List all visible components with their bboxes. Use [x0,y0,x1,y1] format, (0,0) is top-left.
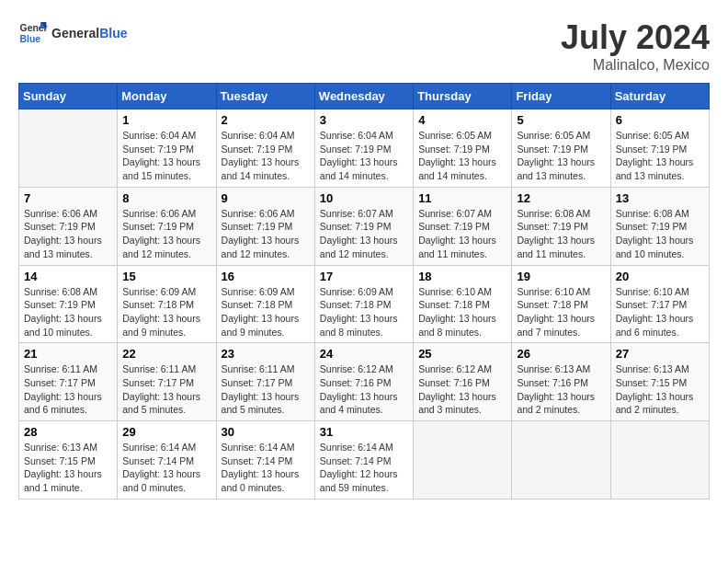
day-number: 14 [24,270,112,283]
calendar-cell: 14Sunrise: 6:08 AMSunset: 7:19 PMDayligh… [19,265,118,343]
day-info: Sunrise: 6:08 AMSunset: 7:19 PMDaylight:… [24,285,112,339]
day-info: Sunrise: 6:06 AMSunset: 7:19 PMDaylight:… [122,207,210,261]
day-info: Sunrise: 6:09 AMSunset: 7:18 PMDaylight:… [320,285,408,339]
day-number: 28 [24,425,112,439]
calendar-cell [19,109,118,188]
day-number: 7 [24,191,112,205]
calendar-cell [610,421,709,500]
day-number: 25 [418,347,506,361]
day-info: Sunrise: 6:07 AMSunset: 7:19 PMDaylight:… [320,207,408,261]
page-header: General Blue GeneralBlue July 2024 Malin… [18,18,710,74]
day-number: 23 [222,347,310,361]
day-info: Sunrise: 6:14 AMSunset: 7:14 PMDaylight:… [222,441,310,495]
day-number: 15 [122,270,210,283]
header-thursday: Thursday [414,84,512,109]
calendar-cell: 20Sunrise: 6:10 AMSunset: 7:17 PMDayligh… [610,265,709,343]
day-info: Sunrise: 6:12 AMSunset: 7:16 PMDaylight:… [320,362,408,417]
calendar-cell: 22Sunrise: 6:11 AMSunset: 7:17 PMDayligh… [118,343,216,421]
day-info: Sunrise: 6:10 AMSunset: 7:17 PMDaylight:… [616,285,704,339]
calendar-cell: 17Sunrise: 6:09 AMSunset: 7:18 PMDayligh… [314,265,413,343]
day-info: Sunrise: 6:08 AMSunset: 7:19 PMDaylight:… [616,207,704,261]
calendar-cell: 2Sunrise: 6:04 AMSunset: 7:19 PMDaylight… [216,109,314,188]
day-number: 12 [517,191,605,205]
calendar-week-row: 14Sunrise: 6:08 AMSunset: 7:19 PMDayligh… [19,265,710,343]
calendar-cell: 18Sunrise: 6:10 AMSunset: 7:18 PMDayligh… [414,265,512,343]
calendar-cell: 13Sunrise: 6:08 AMSunset: 7:19 PMDayligh… [610,187,709,265]
calendar-cell [512,421,610,500]
calendar-cell: 24Sunrise: 6:12 AMSunset: 7:16 PMDayligh… [314,343,413,421]
day-info: Sunrise: 6:13 AMSunset: 7:16 PMDaylight:… [517,362,605,417]
calendar-table: Sunday Monday Tuesday Wednesday Thursday… [18,83,710,500]
day-number: 16 [222,270,310,283]
day-number: 24 [320,347,408,361]
logo-icon: General Blue [18,18,48,48]
header-wednesday: Wednesday [314,84,413,109]
day-number: 20 [616,270,704,283]
day-info: Sunrise: 6:04 AMSunset: 7:19 PMDaylight:… [320,129,408,183]
day-number: 9 [222,191,310,205]
calendar-cell: 29Sunrise: 6:14 AMSunset: 7:14 PMDayligh… [118,421,216,500]
title-block: July 2024 Malinalco, Mexico [561,18,710,74]
header-saturday: Saturday [610,84,709,109]
day-number: 4 [418,113,506,127]
calendar-cell: 31Sunrise: 6:14 AMSunset: 7:14 PMDayligh… [314,421,413,500]
day-number: 21 [24,347,112,361]
day-info: Sunrise: 6:10 AMSunset: 7:18 PMDaylight:… [418,285,506,339]
day-info: Sunrise: 6:06 AMSunset: 7:19 PMDaylight:… [24,207,112,261]
calendar-cell: 1Sunrise: 6:04 AMSunset: 7:19 PMDaylight… [118,109,216,188]
calendar-week-row: 28Sunrise: 6:13 AMSunset: 7:15 PMDayligh… [19,421,710,500]
calendar-cell: 12Sunrise: 6:08 AMSunset: 7:19 PMDayligh… [512,187,610,265]
weekday-header-row: Sunday Monday Tuesday Wednesday Thursday… [19,84,710,109]
calendar-header: Sunday Monday Tuesday Wednesday Thursday… [19,84,710,109]
day-info: Sunrise: 6:05 AMSunset: 7:19 PMDaylight:… [517,129,605,183]
calendar-week-row: 21Sunrise: 6:11 AMSunset: 7:17 PMDayligh… [19,343,710,421]
day-info: Sunrise: 6:14 AMSunset: 7:14 PMDaylight:… [122,441,210,495]
calendar-cell: 26Sunrise: 6:13 AMSunset: 7:16 PMDayligh… [512,343,610,421]
calendar-cell: 21Sunrise: 6:11 AMSunset: 7:17 PMDayligh… [19,343,118,421]
day-number: 27 [616,347,704,361]
day-info: Sunrise: 6:08 AMSunset: 7:19 PMDaylight:… [517,207,605,261]
calendar-cell: 30Sunrise: 6:14 AMSunset: 7:14 PMDayligh… [216,421,314,500]
day-info: Sunrise: 6:05 AMSunset: 7:19 PMDaylight:… [616,129,704,183]
calendar-cell: 11Sunrise: 6:07 AMSunset: 7:19 PMDayligh… [414,187,512,265]
calendar-week-row: 7Sunrise: 6:06 AMSunset: 7:19 PMDaylight… [19,187,710,265]
calendar-cell: 27Sunrise: 6:13 AMSunset: 7:15 PMDayligh… [610,343,709,421]
calendar-cell: 4Sunrise: 6:05 AMSunset: 7:19 PMDaylight… [414,109,512,188]
calendar-cell: 8Sunrise: 6:06 AMSunset: 7:19 PMDaylight… [118,187,216,265]
calendar-cell: 23Sunrise: 6:11 AMSunset: 7:17 PMDayligh… [216,343,314,421]
day-info: Sunrise: 6:09 AMSunset: 7:18 PMDaylight:… [222,285,310,339]
calendar-cell: 10Sunrise: 6:07 AMSunset: 7:19 PMDayligh… [314,187,413,265]
day-number: 19 [517,270,605,283]
day-info: Sunrise: 6:14 AMSunset: 7:14 PMDaylight:… [320,441,408,495]
day-number: 31 [320,425,408,439]
day-number: 8 [122,191,210,205]
day-number: 6 [616,113,704,127]
header-monday: Monday [118,84,216,109]
day-number: 29 [122,425,210,439]
calendar-week-row: 1Sunrise: 6:04 AMSunset: 7:19 PMDaylight… [19,109,710,188]
day-number: 26 [517,347,605,361]
calendar-cell: 16Sunrise: 6:09 AMSunset: 7:18 PMDayligh… [216,265,314,343]
day-number: 1 [122,113,210,127]
day-info: Sunrise: 6:04 AMSunset: 7:19 PMDaylight:… [222,129,310,183]
day-info: Sunrise: 6:09 AMSunset: 7:18 PMDaylight:… [122,285,210,339]
day-number: 10 [320,191,408,205]
day-number: 11 [418,191,506,205]
logo-blue-text: Blue [99,26,127,40]
header-tuesday: Tuesday [216,84,314,109]
location-subtitle: Malinalco, Mexico [561,57,710,74]
calendar-cell: 25Sunrise: 6:12 AMSunset: 7:16 PMDayligh… [414,343,512,421]
day-info: Sunrise: 6:11 AMSunset: 7:17 PMDaylight:… [24,362,112,417]
day-number: 18 [418,270,506,283]
day-number: 30 [222,425,310,439]
day-info: Sunrise: 6:06 AMSunset: 7:19 PMDaylight:… [222,207,310,261]
calendar-cell: 28Sunrise: 6:13 AMSunset: 7:15 PMDayligh… [19,421,118,500]
day-info: Sunrise: 6:12 AMSunset: 7:16 PMDaylight:… [418,362,506,417]
calendar-cell: 6Sunrise: 6:05 AMSunset: 7:19 PMDaylight… [610,109,709,188]
day-info: Sunrise: 6:11 AMSunset: 7:17 PMDaylight:… [222,362,310,417]
day-info: Sunrise: 6:10 AMSunset: 7:18 PMDaylight:… [517,285,605,339]
calendar-cell: 19Sunrise: 6:10 AMSunset: 7:18 PMDayligh… [512,265,610,343]
calendar-cell: 5Sunrise: 6:05 AMSunset: 7:19 PMDaylight… [512,109,610,188]
day-number: 3 [320,113,408,127]
month-year-title: July 2024 [561,18,710,57]
